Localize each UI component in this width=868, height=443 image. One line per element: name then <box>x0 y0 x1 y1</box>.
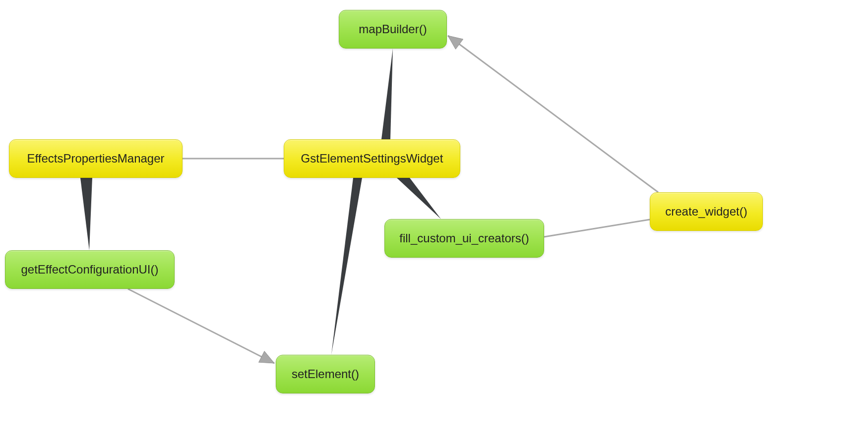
node-createwidget[interactable]: create_widget() <box>650 192 763 231</box>
node-label: fill_custom_ui_creators() <box>399 231 529 245</box>
node-geteffectconfigui[interactable]: getEffectConfigurationUI() <box>5 250 175 289</box>
edge-createwidget-mapbuilder <box>448 36 658 192</box>
node-gstelemsettings[interactable]: GstElementSettingsWidget <box>284 139 460 178</box>
edge-gstelemsettings-fillcustomui <box>397 178 441 219</box>
node-label: EffectsPropertiesManager <box>27 152 164 166</box>
node-label: create_widget() <box>665 205 747 219</box>
edge-gstelemsettings-setelement <box>331 178 362 355</box>
node-mapbuilder[interactable]: mapBuilder() <box>339 10 447 49</box>
edge-gstelemsettings-mapbuilder <box>381 49 393 139</box>
node-setelement[interactable]: setElement() <box>276 355 375 393</box>
edge-geteffectconfigui-setelement <box>128 289 274 363</box>
node-label: setElement() <box>292 367 359 381</box>
node-label: getEffectConfigurationUI() <box>21 263 158 277</box>
node-label: mapBuilder() <box>359 22 427 36</box>
edge-effectsmgr-geteffectconfigui <box>80 178 92 250</box>
node-effectspropsmgr[interactable]: EffectsPropertiesManager <box>9 139 183 178</box>
edge-createwidget-fillcustomui <box>544 220 650 237</box>
node-fillcustomui[interactable]: fill_custom_ui_creators() <box>384 219 544 258</box>
node-label: GstElementSettingsWidget <box>301 152 443 166</box>
